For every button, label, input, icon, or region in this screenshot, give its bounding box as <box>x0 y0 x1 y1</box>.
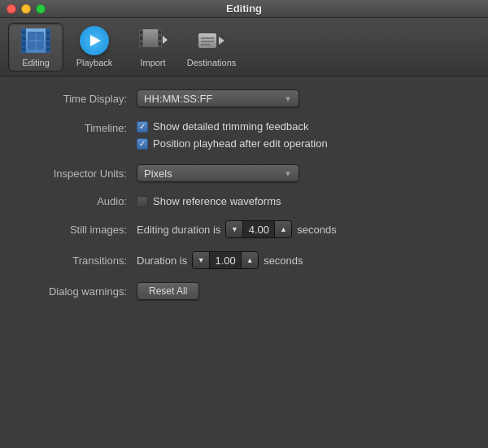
svg-rect-22 <box>159 42 161 46</box>
checkbox-row-trimming: ✓ Show detailed trimming feedback <box>137 120 472 133</box>
timeline-label: Timeline: <box>16 120 137 134</box>
audio-row: Audio: Show reference waveforms <box>16 195 472 207</box>
still-images-label: Still images: <box>16 224 137 236</box>
trimming-label: Show detailed trimming feedback <box>153 120 309 133</box>
toolbar-label-import: Import <box>140 58 165 67</box>
svg-rect-24 <box>198 33 216 48</box>
transitions-decrement[interactable]: ▼ <box>193 251 209 269</box>
svg-rect-17 <box>140 31 142 34</box>
svg-marker-23 <box>163 36 168 44</box>
check-icon-2: ✓ <box>139 140 146 148</box>
svg-rect-8 <box>46 37 50 40</box>
close-button[interactable] <box>7 4 16 14</box>
svg-rect-4 <box>22 37 25 40</box>
title-bar: Editing <box>0 0 488 18</box>
check-icon: ✓ <box>139 123 146 131</box>
audio-label: Audio: <box>16 195 137 207</box>
time-display-dropdown[interactable]: HH:MM:SS:FF ▼ <box>137 89 299 107</box>
transitions-row: Transitions: Duration is ▼ 1.00 ▲ second… <box>16 251 472 269</box>
svg-rect-7 <box>46 31 50 34</box>
toolbar-label-destinations: Destinations <box>187 58 237 67</box>
time-display-row: Time Display: HH:MM:SS:FF ▼ <box>16 89 472 107</box>
inspector-dropdown[interactable]: Pixels ▼ <box>137 164 299 182</box>
still-images-row: Still images: Editing duration is ▼ 4.00… <box>16 220 472 238</box>
time-display-value: HH:MM:SS:FF <box>144 93 213 105</box>
still-images-prefix: Editing duration is <box>137 224 220 236</box>
window-title: Editing <box>226 2 262 15</box>
dialog-warnings-label: Dialog warnings: <box>16 285 137 298</box>
audio-checkbox-label: Show reference waveforms <box>153 195 281 207</box>
toolbar-label-playback: Playback <box>76 58 113 67</box>
dialog-warnings-control: Reset All <box>137 282 472 300</box>
chevron-down-icon-2: ▼ <box>284 169 292 178</box>
checkbox-playhead[interactable]: ✓ <box>137 138 148 150</box>
playback-icon <box>80 26 109 55</box>
svg-rect-21 <box>159 37 161 40</box>
still-images-suffix: seconds <box>297 224 336 236</box>
svg-rect-19 <box>140 42 142 46</box>
inspector-units-row: Inspector Units: Pixels ▼ <box>16 164 472 182</box>
inspector-value: Pixels <box>144 167 172 180</box>
playhead-label: Position playhead after edit operation <box>153 137 328 150</box>
content-area: Time Display: HH:MM:SS:FF ▼ Timeline: ✓ … <box>0 76 488 448</box>
minimize-button[interactable] <box>21 4 31 14</box>
chevron-down-icon: ▼ <box>284 94 292 103</box>
still-images-increment[interactable]: ▲ <box>275 220 291 238</box>
transitions-suffix: seconds <box>264 254 303 267</box>
time-display-label: Time Display: <box>16 93 137 105</box>
import-icon <box>138 26 168 55</box>
checkbox-row-playhead: ✓ Position playhead after edit operation <box>137 137 472 150</box>
checkbox-row-audio: Show reference waveforms <box>137 195 472 207</box>
toolbar-item-editing[interactable]: Editing <box>8 23 63 72</box>
transitions-increment[interactable]: ▲ <box>242 251 258 269</box>
reset-all-button[interactable]: Reset All <box>137 282 199 300</box>
still-images-stepper: ▼ 4.00 ▲ <box>225 220 292 238</box>
transitions-value: 1.00 <box>209 251 242 269</box>
transitions-label: Transitions: <box>16 254 137 267</box>
audio-control: Show reference waveforms <box>137 195 472 207</box>
maximize-button[interactable] <box>36 4 46 14</box>
toolbar-item-destinations[interactable]: Destinations <box>184 23 239 72</box>
checkbox-audio[interactable] <box>137 196 148 207</box>
timeline-row: Timeline: ✓ Show detailed trimming feedb… <box>16 120 472 150</box>
time-display-control: HH:MM:SS:FF ▼ <box>137 89 472 107</box>
transitions-prefix: Duration is <box>137 254 187 267</box>
window-controls <box>7 4 46 14</box>
svg-rect-3 <box>22 31 25 34</box>
svg-rect-10 <box>46 48 50 51</box>
svg-rect-6 <box>22 48 25 51</box>
still-images-value: 4.00 <box>242 220 275 238</box>
checkbox-trimming[interactable]: ✓ <box>137 121 148 133</box>
editing-icon <box>21 26 50 55</box>
timeline-checkboxes: ✓ Show detailed trimming feedback ✓ Posi… <box>137 120 472 150</box>
svg-rect-5 <box>22 42 25 46</box>
inspector-label: Inspector Units: <box>16 167 137 180</box>
svg-rect-9 <box>46 42 50 46</box>
still-images-decrement[interactable]: ▼ <box>226 220 242 238</box>
still-images-control: Editing duration is ▼ 4.00 ▲ seconds <box>137 220 472 238</box>
destinations-icon <box>197 26 226 55</box>
svg-marker-28 <box>219 37 224 45</box>
svg-rect-18 <box>140 37 142 40</box>
inspector-control: Pixels ▼ <box>137 164 472 182</box>
toolbar-item-playback[interactable]: Playback <box>67 23 122 72</box>
toolbar-label-editing: Editing <box>22 58 50 67</box>
toolbar-item-import[interactable]: Import <box>125 23 181 72</box>
dialog-warnings-row: Dialog warnings: Reset All <box>16 282 472 300</box>
transitions-control: Duration is ▼ 1.00 ▲ seconds <box>137 251 472 269</box>
transitions-stepper: ▼ 1.00 ▲ <box>192 251 259 269</box>
svg-rect-20 <box>159 31 161 34</box>
toolbar: Editing Playback <box>0 18 488 76</box>
